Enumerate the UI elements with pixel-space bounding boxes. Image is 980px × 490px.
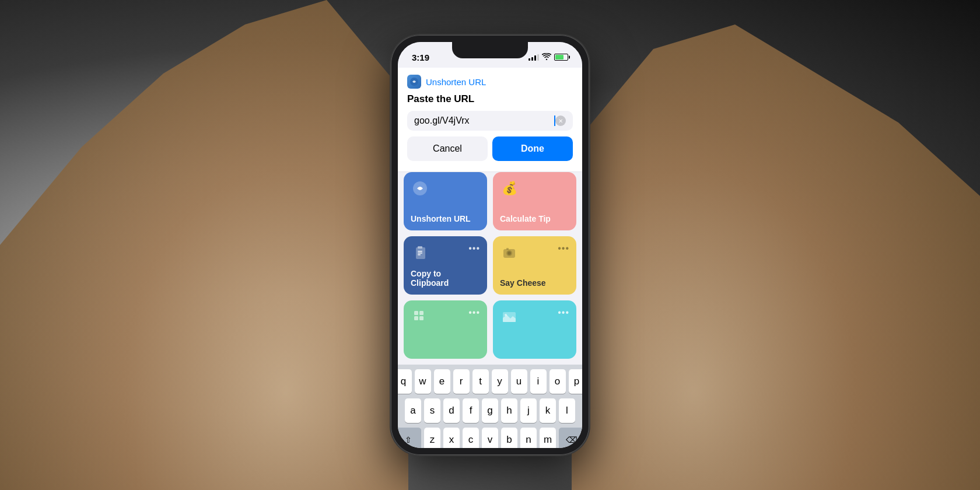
signal-bar-3 xyxy=(534,55,536,61)
key-z[interactable]: z xyxy=(424,428,440,448)
svg-rect-12 xyxy=(419,311,424,315)
key-b[interactable]: b xyxy=(501,428,517,448)
svg-rect-6 xyxy=(418,254,421,256)
keyboard-row-2: a s d f g h j k l xyxy=(400,398,580,423)
svg-point-9 xyxy=(508,251,511,255)
key-s[interactable]: s xyxy=(424,398,440,423)
key-u[interactable]: u xyxy=(511,369,527,394)
phone-device: 3:19 xyxy=(391,35,589,455)
tile-header xyxy=(411,179,480,198)
app-header: Unshorten URL Paste the URL goo.gl/V4jVr… xyxy=(398,68,582,172)
key-q[interactable]: q xyxy=(398,369,412,394)
key-f[interactable]: f xyxy=(463,398,479,423)
app-tiles-grid: Unshorten URL 💰 Calculate Tip xyxy=(398,172,582,365)
signal-bar-2 xyxy=(531,57,533,61)
key-k[interactable]: k xyxy=(540,398,556,423)
tile-icon-clipboard xyxy=(411,243,429,262)
key-t[interactable]: t xyxy=(473,369,489,394)
action-buttons-row: Cancel Done xyxy=(407,136,573,167)
tile-say-cheese[interactable]: ••• Say Cheese xyxy=(493,236,576,295)
url-input[interactable]: goo.gl/V4jVrx xyxy=(414,116,554,126)
tile-icon-green xyxy=(411,307,429,326)
form-title: Paste the URL xyxy=(407,93,573,105)
tile-icon-unshorten xyxy=(411,179,429,198)
svg-rect-13 xyxy=(414,316,418,320)
tile-icon-cyan xyxy=(500,307,519,326)
app-icon xyxy=(407,75,421,89)
tile-header-cyan: ••• xyxy=(500,307,569,326)
key-g[interactable]: g xyxy=(482,398,498,423)
done-button[interactable]: Done xyxy=(492,136,573,161)
backspace-key[interactable]: ⌫ xyxy=(559,428,582,448)
tile-label-unshorten: Unshorten URL xyxy=(411,214,480,223)
key-e[interactable]: e xyxy=(434,369,450,394)
svg-rect-4 xyxy=(418,251,422,252)
battery-fill xyxy=(555,55,564,60)
phone-content: Unshorten URL Paste the URL goo.gl/V4jVr… xyxy=(398,68,582,448)
key-y[interactable]: y xyxy=(492,369,508,394)
svg-point-16 xyxy=(505,314,507,316)
signal-bars-icon xyxy=(528,54,539,61)
key-p[interactable]: p xyxy=(569,369,583,394)
tile-dots-green[interactable]: ••• xyxy=(468,307,480,318)
tile-icon-tip: 💰 xyxy=(500,179,519,198)
tile-header-cheese: ••• xyxy=(500,243,569,262)
key-w[interactable]: w xyxy=(415,369,431,394)
status-icons xyxy=(528,53,568,62)
tile-dots-cyan[interactable]: ••• xyxy=(558,307,569,318)
key-r[interactable]: r xyxy=(453,369,470,394)
tile-dots-cheese[interactable]: ••• xyxy=(558,243,569,254)
key-n[interactable]: n xyxy=(520,428,537,448)
signal-bar-4 xyxy=(537,54,539,61)
tile-label-clipboard: Copy to Clipboard xyxy=(411,269,480,288)
battery-icon xyxy=(554,54,568,61)
tile-calculate-tip[interactable]: 💰 Calculate Tip xyxy=(493,172,576,230)
tile-header-clipboard: ••• xyxy=(411,243,480,262)
url-input-container[interactable]: goo.gl/V4jVrx ✕ xyxy=(407,111,573,131)
phone-screen: 3:19 xyxy=(398,42,582,448)
svg-rect-5 xyxy=(418,253,422,254)
key-d[interactable]: d xyxy=(443,398,460,423)
key-i[interactable]: i xyxy=(530,369,547,394)
tile-label-cheese: Say Cheese xyxy=(500,278,569,288)
svg-rect-11 xyxy=(414,311,418,315)
tile-dots-clipboard[interactable]: ••• xyxy=(468,243,480,254)
tile-label-tip: Calculate Tip xyxy=(500,214,569,223)
tile-unshorten-url[interactable]: Unshorten URL xyxy=(404,172,487,230)
tile-header-green: ••• xyxy=(411,307,480,326)
tile-cyan[interactable]: ••• xyxy=(493,300,576,359)
key-o[interactable]: o xyxy=(550,369,566,394)
clear-input-button[interactable]: ✕ xyxy=(555,116,566,126)
cancel-button[interactable]: Cancel xyxy=(407,136,488,161)
key-h[interactable]: h xyxy=(501,398,517,423)
svg-rect-3 xyxy=(418,246,422,249)
key-a[interactable]: a xyxy=(405,398,421,423)
keyboard: q w e r t y u i o p a s d f g h xyxy=(398,365,582,448)
signal-bar-1 xyxy=(528,58,530,61)
status-time: 3:19 xyxy=(412,52,429,62)
phone-notch xyxy=(452,42,528,58)
key-j[interactable]: j xyxy=(520,398,537,423)
key-v[interactable]: v xyxy=(482,428,498,448)
wifi-icon xyxy=(542,53,551,62)
svg-rect-10 xyxy=(506,248,509,250)
keyboard-row-1: q w e r t y u i o p xyxy=(400,369,580,394)
tile-header-tip: 💰 xyxy=(500,179,569,198)
app-title-row: Unshorten URL xyxy=(407,75,573,89)
key-c[interactable]: c xyxy=(463,428,479,448)
tile-copy-to-clipboard[interactable]: ••• Copy to Clipboard xyxy=(404,236,487,295)
key-l[interactable]: l xyxy=(559,398,575,423)
key-x[interactable]: x xyxy=(443,428,460,448)
keyboard-row-3: ⇧ z x c v b n m ⌫ xyxy=(400,428,580,448)
tile-green[interactable]: ••• xyxy=(404,300,487,359)
tile-icon-cheese xyxy=(500,243,519,262)
shift-key[interactable]: ⇧ xyxy=(398,428,421,448)
svg-rect-14 xyxy=(419,316,424,320)
key-m[interactable]: m xyxy=(540,428,556,448)
app-name-label: Unshorten URL xyxy=(426,77,486,87)
